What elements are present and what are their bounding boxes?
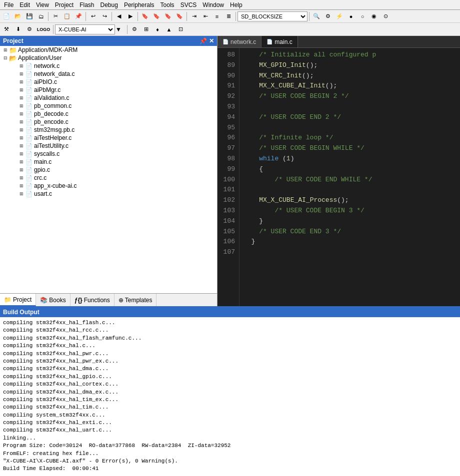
menu-svcs[interactable]: SVCS xyxy=(178,0,200,9)
expand-pb-decode[interactable]: ⊞ xyxy=(18,110,25,117)
tree-item-pb-decode[interactable]: ⊞ 📄 pb_decode.c xyxy=(0,110,217,118)
tool3-btn[interactable]: ♦ xyxy=(152,24,163,35)
bookmark-btn[interactable]: 🔖 xyxy=(140,11,150,22)
tree-item-network-c[interactable]: ⊞ 📄 network.c xyxy=(0,62,217,70)
menu-help[interactable]: Help xyxy=(227,0,246,9)
logo-btn[interactable]: LOGO xyxy=(36,24,52,35)
copy-btn[interactable]: 📋 xyxy=(62,11,72,22)
tree-item-aitesthelper[interactable]: ⊞ 📄 aiTestHelper.c xyxy=(0,134,217,142)
expand-syscalls[interactable]: ⊞ xyxy=(18,150,25,157)
expand-aivalidation[interactable]: ⊞ xyxy=(18,94,25,101)
tree-item-mdk-arm[interactable]: ⊞ 📁 Application/MDK-ARM xyxy=(0,46,217,54)
open-btn[interactable]: 📂 xyxy=(12,11,24,22)
bookmark2-btn[interactable]: 🔖 xyxy=(151,11,162,22)
tree-item-pb-encode[interactable]: ⊞ 📄 pb_encode.c xyxy=(0,118,217,126)
dbg6-btn[interactable]: ◉ xyxy=(368,11,380,22)
expand-aipbmgr[interactable]: ⊞ xyxy=(18,86,25,93)
expand-usart[interactable]: ⊞ xyxy=(18,190,25,197)
menu-file[interactable]: File xyxy=(1,0,16,9)
save-btn[interactable]: 💾 xyxy=(24,11,35,22)
tab-functions[interactable]: ƒ{} Functions xyxy=(70,294,114,306)
expand-stm32msg[interactable]: ⊞ xyxy=(18,126,25,133)
tree-item-main-c[interactable]: ⊞ 📄 main.c xyxy=(0,158,217,166)
tree-item-network-data[interactable]: ⊞ 📄 network_data.c xyxy=(0,70,217,78)
dbg2-btn[interactable]: ⚙ xyxy=(322,11,334,22)
tool5-btn[interactable]: ⊡ xyxy=(175,24,186,35)
tree-item-aivalidation[interactable]: ⊞ 📄 aiValidation.c xyxy=(0,94,217,102)
pin-icon[interactable]: 📌 xyxy=(200,37,207,44)
tree-item-aitestutil[interactable]: ⊞ 📄 aiTestUtility.c xyxy=(0,142,217,150)
bookmark4-btn[interactable]: 🔖 xyxy=(174,11,185,22)
toolbar-2: ⚒ ⬇ ⚙ LOGO X-CUBE-AI ▼ ⚙ ⊞ ♦ ▲ ⊡ xyxy=(0,23,460,36)
tool2-btn[interactable]: ⊞ xyxy=(140,24,152,35)
editor-tab-network[interactable]: 📄 network.c xyxy=(218,36,262,47)
tree-item-gpio[interactable]: ⊞ 📄 gpio.c xyxy=(0,166,217,174)
dbg5-btn[interactable]: ○ xyxy=(357,11,368,22)
bookmark3-btn[interactable]: 🔖 xyxy=(162,11,174,22)
tool4-btn[interactable]: ▲ xyxy=(164,24,174,35)
tree-item-aipbmgr[interactable]: ⊞ 📄 aiPbMgr.c xyxy=(0,86,217,94)
close-icon[interactable]: ✕ xyxy=(209,37,214,44)
menu-debug[interactable]: Debug xyxy=(98,0,121,9)
tree-item-crc[interactable]: ⊞ 📄 crc.c xyxy=(0,174,217,182)
indent2-btn[interactable]: ⇤ xyxy=(200,11,211,22)
expand-network-data[interactable]: ⊞ xyxy=(18,70,25,77)
nav-back-btn[interactable]: ◀ xyxy=(114,11,124,22)
expand-aipbio[interactable]: ⊞ xyxy=(18,78,25,85)
tree-item-usart[interactable]: ⊞ 📄 usart.c xyxy=(0,190,217,198)
nav-fwd-btn[interactable]: ▶ xyxy=(125,11,136,22)
expand-aitesthelper[interactable]: ⊞ xyxy=(18,134,25,141)
menu-window[interactable]: Window xyxy=(200,0,227,9)
code-content[interactable]: /* Initialize all configured p MX_GPIO_I… xyxy=(240,48,460,306)
indent-btn[interactable]: ⇥ xyxy=(188,11,200,22)
menu-edit[interactable]: Edit xyxy=(16,0,33,9)
menu-flash[interactable]: Flash xyxy=(76,0,97,9)
indent3-btn[interactable]: ≡ xyxy=(212,11,222,22)
tree-item-app-xcube-ai[interactable]: ⊞ 📄 app_x-cube-ai.c xyxy=(0,182,217,190)
menu-view[interactable]: View xyxy=(33,0,52,9)
menu-tools[interactable]: Tools xyxy=(158,0,178,9)
expand-app-xcube[interactable]: ⊞ xyxy=(18,182,25,189)
editor-tab-main[interactable]: 📄 main.c xyxy=(262,36,298,47)
menu-project[interactable]: Project xyxy=(52,0,76,9)
cut-btn[interactable]: ✂ xyxy=(50,11,61,22)
undo-btn[interactable]: ↩ xyxy=(88,11,98,22)
paste-btn[interactable]: 📌 xyxy=(73,11,84,22)
tree-item-syscalls[interactable]: ⊞ 📄 syscalls.c xyxy=(0,150,217,158)
expand-aitestutil[interactable]: ⊞ xyxy=(18,142,25,149)
tree-item-pb-common[interactable]: ⊞ 📄 pb_common.c xyxy=(0,102,217,110)
build-btn[interactable]: ⚒ xyxy=(1,24,12,35)
expand-main-c[interactable]: ⊞ xyxy=(18,158,25,165)
target-combo[interactable]: X-CUBE-AI xyxy=(55,24,115,34)
tree-item-app-user[interactable]: ⊟ 📂 Application/User xyxy=(0,54,217,62)
indent4-btn[interactable]: ≣ xyxy=(223,11,234,22)
save-all-btn[interactable]: 🗂 xyxy=(36,11,46,22)
tab-templates[interactable]: ⊕ Templates xyxy=(114,294,157,306)
menu-peripherals[interactable]: Peripherals xyxy=(121,0,158,9)
settings-btn[interactable]: ⚙ xyxy=(24,24,35,35)
tool1-btn[interactable]: ⚙ xyxy=(129,24,140,35)
tree-item-aipbio[interactable]: ⊞ 📄 aiPbIO.c xyxy=(0,78,217,86)
build-output[interactable]: compiling stm32f4xx_hal_flash.c... compi… xyxy=(0,317,460,476)
build-line-14: compiling stm32f4xx_hal_uart.c... xyxy=(3,427,457,434)
expand-app-user[interactable]: ⊟ xyxy=(2,54,9,61)
symbol-combo[interactable]: SD_BLOCKSIZE xyxy=(238,11,308,21)
expand-gpio[interactable]: ⊞ xyxy=(18,166,25,173)
dbg4-btn[interactable]: ● xyxy=(346,11,356,22)
build-line-18: "X-CUBE-AI\X-CUBE-AI.axf" - 0 Error(s), … xyxy=(3,458,457,465)
expand-network-c[interactable]: ⊞ xyxy=(18,62,25,69)
expand-pb-common[interactable]: ⊞ xyxy=(18,102,25,109)
tab-books[interactable]: 📚 Books xyxy=(36,294,70,306)
tab-project[interactable]: 📁 Project xyxy=(0,294,36,306)
redo-btn[interactable]: ↪ xyxy=(99,11,110,22)
new-btn[interactable]: 📄 xyxy=(1,11,12,22)
expand-pb-encode[interactable]: ⊞ xyxy=(18,118,25,125)
expand-mdk-arm[interactable]: ⊞ xyxy=(2,46,9,53)
load-btn[interactable]: ⬇ xyxy=(12,24,24,35)
expand-crc[interactable]: ⊞ xyxy=(18,174,25,181)
tree-item-stm32msg[interactable]: ⊞ 📄 stm32msg.pb.c xyxy=(0,126,217,134)
dbg7-btn[interactable]: ⊙ xyxy=(380,11,391,22)
dbg3-btn[interactable]: ⚡ xyxy=(334,11,345,22)
dbg1-btn[interactable]: 🔍 xyxy=(311,11,322,22)
sep4 xyxy=(138,12,138,21)
